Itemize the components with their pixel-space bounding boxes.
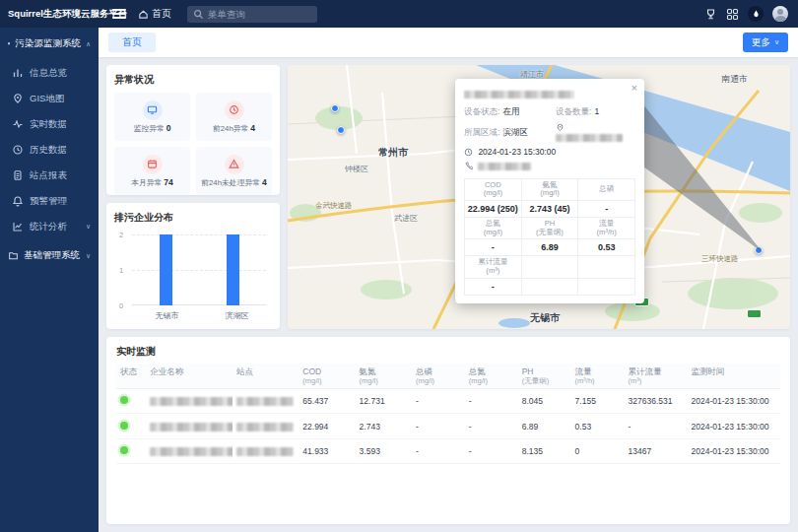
header-actions bbox=[704, 6, 798, 22]
col-header-nh3n: 氨氮(mg/l) bbox=[356, 364, 412, 389]
stat-tile-last24h[interactable]: 前24h异常4 bbox=[196, 93, 272, 141]
realtime-table: 状态 企业名称 站点 COD(mg/l) 氨氮(mg/l) 总磷(mg/l) 总… bbox=[116, 364, 780, 464]
more-button-label: 更多 bbox=[752, 36, 770, 49]
user-avatar[interactable] bbox=[772, 6, 788, 22]
chevron-down-icon: ∨ bbox=[86, 223, 91, 231]
map-pin-icon bbox=[12, 93, 24, 104]
stat-tile-unhandled[interactable]: 前24h未处理异常4 bbox=[196, 147, 272, 195]
bell-icon bbox=[12, 195, 24, 207]
field-label: 设备数量: bbox=[556, 106, 591, 116]
cod-cell: 65.437 bbox=[299, 389, 355, 414]
chevron-down-icon: ∨ bbox=[774, 38, 779, 46]
field-label: 所属区域: bbox=[464, 127, 499, 137]
stat-value: 0 bbox=[166, 123, 171, 133]
tn-cell: - bbox=[465, 414, 518, 438]
map[interactable]: 靖江市 南通市 常州市 钟楼区 武进区 无锡市 金武快速路 三环快速路 × bbox=[288, 65, 790, 329]
popup-metric-header-flow: 流量(m³/h) bbox=[578, 217, 635, 238]
flow-cell: 0 bbox=[571, 438, 625, 463]
chart-x-labels: 无锡市 滨湖区 bbox=[132, 307, 272, 321]
sidebar-item-overview[interactable]: 信息总览 bbox=[0, 60, 99, 86]
stat-tile-monitoring[interactable]: 监控异常0 bbox=[114, 93, 190, 141]
stat-value: 74 bbox=[164, 177, 172, 187]
location-pin-icon bbox=[556, 123, 565, 132]
search-input[interactable] bbox=[208, 9, 311, 20]
chart-bar-binhu bbox=[227, 234, 239, 305]
y-tick: 2 bbox=[119, 231, 123, 239]
more-button[interactable]: 更多 ∨ bbox=[743, 33, 788, 52]
sidebar-item-label: 统计分析 bbox=[30, 221, 67, 233]
status-dot-green bbox=[120, 422, 128, 430]
sidebar-item-statistics[interactable]: 统计分析 ∨ bbox=[0, 214, 99, 239]
flow-cell: 0.53 bbox=[571, 414, 625, 438]
clock-icon bbox=[225, 100, 244, 120]
device-marker[interactable] bbox=[331, 104, 339, 112]
hamburger-menu-icon[interactable] bbox=[112, 7, 126, 22]
popup-metric-header-nh3n: 氨氮(mg/l) bbox=[521, 178, 578, 200]
y-tick: 1 bbox=[119, 266, 123, 275]
highway-shield bbox=[747, 309, 762, 318]
chevron-up-icon: ∧ bbox=[86, 40, 91, 48]
monitor-icon bbox=[143, 100, 163, 120]
tp-cell: - bbox=[412, 438, 465, 463]
popup-metric-header-tp: 总磷 bbox=[578, 178, 635, 200]
popup-field-address bbox=[556, 123, 635, 143]
breadcrumb[interactable]: 首页 bbox=[138, 7, 171, 21]
sidebar-item-site-report[interactable]: 站点报表 bbox=[0, 163, 99, 188]
table-row[interactable]: 41.933 3.593 - - 8.135 0 13467 2024-01-2… bbox=[116, 438, 780, 463]
tab-bar: 首页 更多 ∨ bbox=[99, 28, 798, 57]
sidebar: 污染源监测系统 ∧ 信息总览 GIS地图 实时数据 历史数据 站点报表 bbox=[0, 28, 99, 532]
empty-cell bbox=[521, 278, 578, 295]
pulse-icon bbox=[12, 118, 24, 130]
device-marker[interactable] bbox=[337, 126, 345, 134]
popup-metric-value-tn: - bbox=[465, 239, 522, 256]
water-drop-icon[interactable] bbox=[748, 6, 764, 22]
sidebar-item-label: 历史数据 bbox=[30, 144, 67, 157]
search-icon bbox=[193, 9, 204, 20]
site-cell bbox=[233, 414, 299, 438]
clock-icon bbox=[464, 148, 473, 157]
field-label: 设备状态: bbox=[464, 106, 499, 116]
ph-cell: 6.89 bbox=[518, 414, 571, 438]
stat-value: 4 bbox=[250, 123, 255, 133]
col-header-status: 状态 bbox=[116, 364, 146, 389]
breadcrumb-label: 首页 bbox=[152, 7, 171, 21]
search-box[interactable] bbox=[187, 6, 317, 23]
tab-home[interactable]: 首页 bbox=[108, 33, 156, 52]
main-area: 首页 更多 ∨ 异常状况 监控异常0 bbox=[99, 28, 798, 532]
sidebar-item-history-data[interactable]: 历史数据 bbox=[0, 137, 99, 163]
col-header-enterprise: 企业名称 bbox=[146, 364, 233, 389]
sidebar-section-base-system[interactable]: 基础管理系统 ∨ bbox=[0, 239, 99, 272]
field-value: 1 bbox=[594, 106, 599, 116]
col-header-cod: COD(mg/l) bbox=[299, 364, 355, 389]
tp-cell: - bbox=[412, 414, 465, 438]
nh3n-cell: 2.743 bbox=[356, 414, 412, 438]
popup-metric-value-total-flow: - bbox=[465, 278, 522, 295]
sidebar-item-alert-management[interactable]: 预警管理 bbox=[0, 188, 99, 214]
field-value: 在用 bbox=[502, 106, 519, 116]
sidebar-item-gis-map[interactable]: GIS地图 bbox=[0, 86, 99, 111]
apps-grid-icon[interactable] bbox=[726, 8, 739, 21]
tp-cell: - bbox=[412, 389, 465, 414]
table-row[interactable]: 22.994 2.743 - - 6.89 0.53 - 2024-01-23 … bbox=[116, 414, 780, 438]
redacted-enterprise-name bbox=[150, 397, 233, 406]
sidebar-section-pollution-monitoring[interactable]: 污染源监测系统 ∧ bbox=[0, 28, 99, 60]
sidebar-item-label: 预警管理 bbox=[30, 195, 67, 208]
close-icon[interactable]: × bbox=[632, 82, 637, 94]
stat-tile-month[interactable]: 本月异常74 bbox=[114, 147, 190, 195]
cod-cell: 22.994 bbox=[299, 414, 355, 438]
redacted-enterprise-name bbox=[150, 423, 233, 432]
realtime-monitor-panel: 实时监测 状态 企业名称 站点 COD(mg/l) 氨氮(mg/l) 总磷(mg… bbox=[106, 337, 790, 524]
stat-value: 4 bbox=[262, 177, 267, 187]
history-clock-icon bbox=[12, 144, 24, 156]
popup-metric-header-total-flow: 累计流量(m³) bbox=[465, 256, 522, 278]
empty-cell bbox=[578, 256, 635, 278]
enterprise-cell bbox=[146, 414, 233, 438]
sidebar-item-realtime-data[interactable]: 实时数据 bbox=[0, 111, 99, 137]
calendar-icon bbox=[143, 155, 163, 174]
site-cell bbox=[233, 438, 299, 463]
table-row[interactable]: 65.437 12.731 - - 8.045 7.155 327636.531… bbox=[116, 389, 780, 414]
map-district-label: 钟楼区 bbox=[345, 164, 368, 174]
map-road-label: 三环快速路 bbox=[701, 254, 739, 264]
trophy-icon[interactable] bbox=[704, 8, 717, 21]
sidebar-menu: 信息总览 GIS地图 实时数据 历史数据 站点报表 预警管理 bbox=[0, 60, 99, 239]
